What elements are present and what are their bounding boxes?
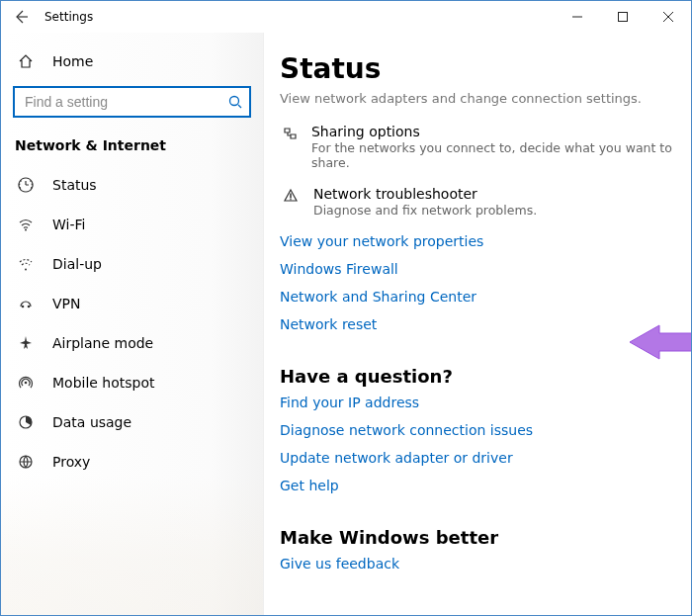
sidebar: Home Network & Internet StatusWi-FiDial-… <box>1 33 263 615</box>
dialup-icon <box>18 256 34 272</box>
datausage-icon <box>18 414 34 430</box>
link-update-network-adapter-or-driver[interactable]: Update network adapter or driver <box>280 450 677 466</box>
airplane-icon <box>15 335 37 351</box>
datausage-icon <box>15 414 37 430</box>
airplane-icon <box>18 335 34 351</box>
sharing-icon <box>280 124 300 141</box>
row-title: Network troubleshooter <box>313 186 537 202</box>
content-row[interactable]: Network troubleshooterDiagnose and fix n… <box>280 186 677 218</box>
svg-rect-0 <box>619 13 628 22</box>
sidebar-item-label: Wi-Fi <box>52 217 85 232</box>
home-nav[interactable]: Home <box>1 43 263 80</box>
sharing-icon <box>282 126 298 141</box>
titlebar: Settings <box>1 1 691 33</box>
vpn-icon <box>18 296 34 311</box>
link-network-reset[interactable]: Network reset <box>280 316 677 332</box>
wifi-icon <box>15 217 37 232</box>
window-title: Settings <box>44 10 93 24</box>
search-field[interactable] <box>23 93 227 111</box>
svg-point-2 <box>22 306 25 308</box>
link-get-help[interactable]: Get help <box>280 478 677 493</box>
troubleshoot-icon <box>283 188 299 204</box>
sidebar-item-label: Data usage <box>52 414 131 430</box>
proxy-icon <box>18 454 34 470</box>
proxy-icon <box>15 454 37 470</box>
svg-point-3 <box>28 306 31 308</box>
dialup-icon <box>15 256 37 272</box>
sidebar-item-label: VPN <box>52 296 81 311</box>
sidebar-section-title: Network & Internet <box>1 133 263 165</box>
link-give-us-feedback[interactable]: Give us feedback <box>280 556 677 572</box>
home-icon <box>15 53 37 69</box>
back-button[interactable] <box>9 5 33 29</box>
sidebar-item-dial-up[interactable]: Dial-up <box>1 244 263 284</box>
search-icon <box>227 94 243 110</box>
sidebar-item-status[interactable]: Status <box>1 165 263 205</box>
sidebar-item-label: Dial-up <box>52 256 102 272</box>
status-icon <box>15 177 37 193</box>
link-windows-firewall[interactable]: Windows Firewall <box>280 261 677 277</box>
troubleshoot-icon <box>280 186 302 204</box>
maximize-button[interactable] <box>600 2 646 32</box>
sidebar-item-vpn[interactable]: VPN <box>1 284 263 323</box>
sidebar-item-mobile-hotspot[interactable]: Mobile hotspot <box>1 363 263 402</box>
window-controls <box>555 2 691 32</box>
link-view-your-network-properties[interactable]: View your network properties <box>280 233 677 249</box>
maximize-icon <box>618 12 628 22</box>
row-subtitle: For the networks you connect to, decide … <box>311 140 677 170</box>
page-title: Status <box>280 52 677 85</box>
minimize-icon <box>572 12 582 22</box>
search-input[interactable] <box>13 86 251 118</box>
status-icon <box>18 177 34 193</box>
hotspot-icon <box>15 375 37 391</box>
truncated-description: View network adapters and change connect… <box>280 91 677 106</box>
sidebar-item-proxy[interactable]: Proxy <box>1 442 263 482</box>
sidebar-item-label: Airplane mode <box>52 335 153 351</box>
row-subtitle: Diagnose and fix network problems. <box>313 203 537 218</box>
better-heading: Make Windows better <box>280 527 677 548</box>
sidebar-item-label: Status <box>52 177 97 193</box>
sidebar-item-label: Mobile hotspot <box>52 375 155 391</box>
row-title: Sharing options <box>311 124 677 139</box>
link-diagnose-network-connection-issues[interactable]: Diagnose network connection issues <box>280 422 677 438</box>
sidebar-item-airplane-mode[interactable]: Airplane mode <box>1 323 263 363</box>
minimize-button[interactable] <box>555 2 600 32</box>
home-label: Home <box>52 53 93 69</box>
sidebar-item-label: Proxy <box>52 454 90 470</box>
content-row[interactable]: Sharing optionsFor the networks you conn… <box>280 124 677 170</box>
close-button[interactable] <box>646 2 691 32</box>
arrow-left-icon <box>13 9 29 25</box>
sidebar-shadow <box>1 477 263 615</box>
close-icon <box>663 12 673 22</box>
question-heading: Have a question? <box>280 366 677 387</box>
svg-point-4 <box>25 382 28 385</box>
sidebar-item-wi-fi[interactable]: Wi-Fi <box>1 205 263 244</box>
link-network-and-sharing-center[interactable]: Network and Sharing Center <box>280 289 677 305</box>
wifi-icon <box>18 217 34 232</box>
vpn-icon <box>15 296 37 311</box>
hotspot-icon <box>18 375 34 391</box>
sidebar-item-data-usage[interactable]: Data usage <box>1 402 263 442</box>
content-pane: Status View network adapters and change … <box>263 33 691 615</box>
link-find-your-ip-address[interactable]: Find your IP address <box>280 395 677 410</box>
svg-point-1 <box>230 97 239 106</box>
